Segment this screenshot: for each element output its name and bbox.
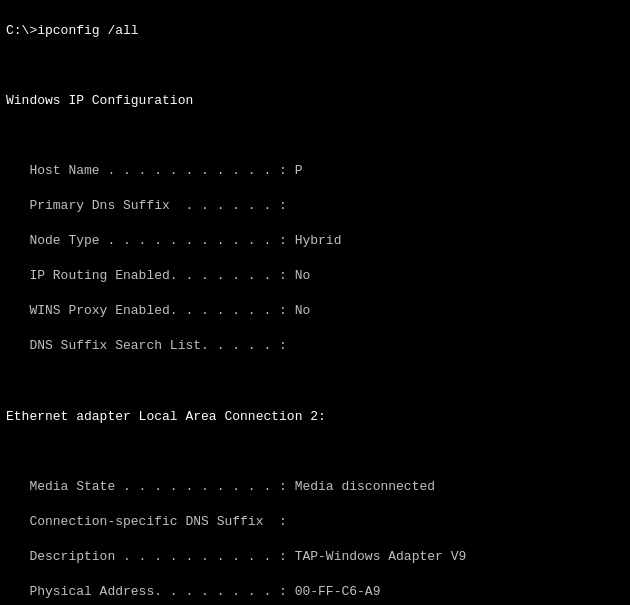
terminal-line-0: C:\>ipconfig /all — [6, 22, 624, 40]
terminal-output: C:\>ipconfig /all Windows IP Configurati… — [6, 4, 624, 605]
terminal-line-6: Node Type . . . . . . . . . . . : Hybrid — [6, 232, 624, 250]
terminal-line-4: Host Name . . . . . . . . . . . : P — [6, 162, 624, 180]
terminal-line-1 — [6, 57, 624, 75]
terminal-line-8: WINS Proxy Enabled. . . . . . . : No — [6, 302, 624, 320]
terminal-line-12 — [6, 443, 624, 461]
terminal-line-3 — [6, 127, 624, 145]
terminal-line-5: Primary Dns Suffix . . . . . . : — [6, 197, 624, 215]
terminal-line-2: Windows IP Configuration — [6, 92, 624, 110]
terminal-line-7: IP Routing Enabled. . . . . . . : No — [6, 267, 624, 285]
terminal-line-9: DNS Suffix Search List. . . . . : — [6, 337, 624, 355]
terminal-line-16: Physical Address. . . . . . . . : 00-FF-… — [6, 583, 624, 601]
terminal-line-13: Media State . . . . . . . . . . : Media … — [6, 478, 624, 496]
terminal-line-11: Ethernet adapter Local Area Connection 2… — [6, 408, 624, 426]
terminal-line-15: Description . . . . . . . . . . : TAP-Wi… — [6, 548, 624, 566]
terminal-line-14: Connection-specific DNS Suffix : — [6, 513, 624, 531]
terminal-line-10 — [6, 372, 624, 390]
